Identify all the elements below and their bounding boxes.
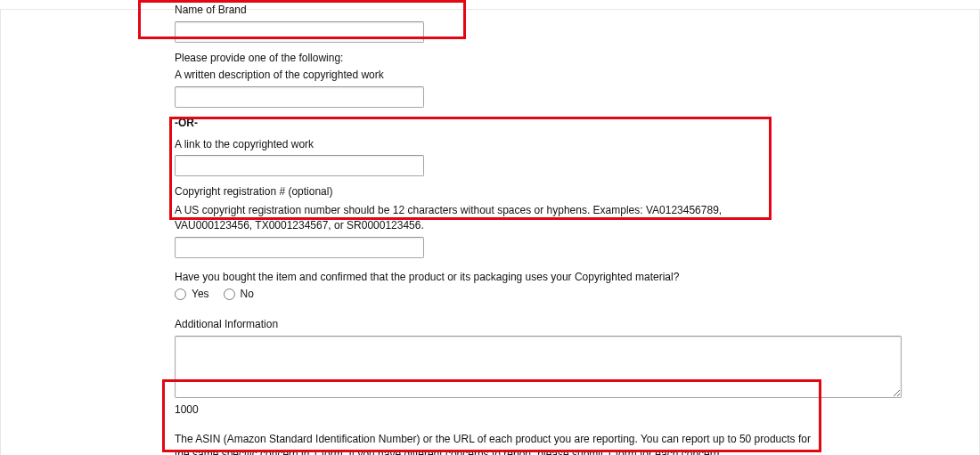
written-desc-input[interactable] [175, 86, 424, 108]
bought-no-label: No [241, 288, 254, 300]
registration-label: Copyright registration # (optional) [175, 185, 902, 199]
additional-textarea[interactable] [175, 336, 902, 398]
additional-label: Additional Information [175, 318, 902, 332]
registration-help: A US copyright registration number shoul… [175, 203, 763, 233]
registration-input[interactable] [175, 237, 424, 258]
asin-intro: The ASIN (Amazon Standard Identification… [175, 432, 816, 455]
form: Name of Brand Please provide one of the … [175, 0, 902, 455]
brand-input[interactable] [175, 21, 424, 43]
link-input[interactable] [175, 155, 424, 176]
brand-label: Name of Brand [175, 4, 902, 18]
bought-question: Have you bought the item and confirmed t… [175, 271, 902, 285]
page: Name of Brand Please provide one of the … [0, 0, 980, 455]
left-divider [0, 9, 1, 455]
bought-yes-label: Yes [192, 288, 209, 300]
link-label: A link to the copyrighted work [175, 138, 902, 152]
provide-one-heading: Please provide one of the following: [175, 52, 902, 66]
written-desc-label: A written description of the copyrighted… [175, 69, 902, 83]
additional-counter: 1000 [175, 403, 902, 416]
bought-yes-radio[interactable] [175, 288, 186, 300]
or-separator: -OR- [175, 117, 902, 129]
bought-no-radio[interactable] [224, 288, 235, 300]
